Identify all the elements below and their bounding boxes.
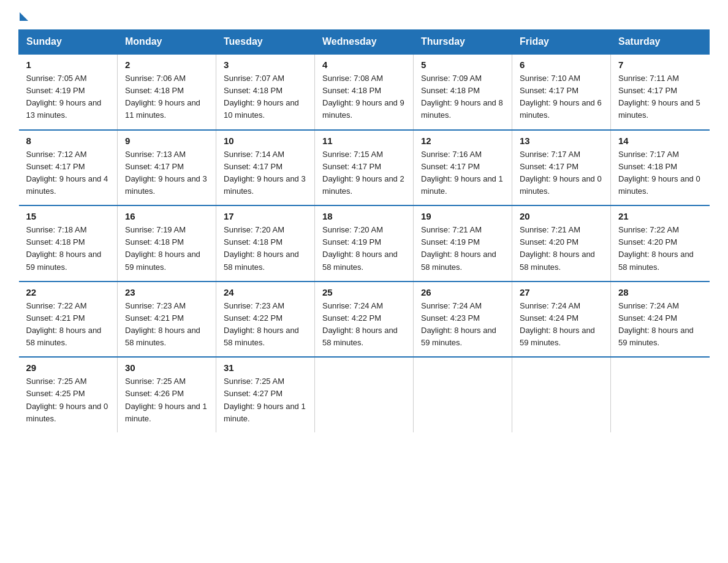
calendar-cell: 28 Sunrise: 7:24 AMSunset: 4:24 PMDaylig… — [611, 282, 710, 358]
day-number: 19 — [421, 211, 504, 221]
day-number: 5 — [421, 59, 504, 70]
day-info: Sunrise: 7:25 AMSunset: 4:25 PMDaylight:… — [26, 375, 110, 425]
day-info: Sunrise: 7:18 AMSunset: 4:18 PMDaylight:… — [26, 224, 110, 274]
day-number: 17 — [224, 211, 307, 221]
day-number: 8 — [26, 136, 110, 146]
day-info: Sunrise: 7:08 AMSunset: 4:18 PMDaylight:… — [322, 72, 406, 122]
calendar-cell: 27 Sunrise: 7:24 AMSunset: 4:24 PMDaylig… — [512, 282, 611, 358]
day-number: 11 — [322, 136, 406, 146]
calendar-cell: 18 Sunrise: 7:20 AMSunset: 4:19 PMDaylig… — [315, 205, 414, 282]
day-info: Sunrise: 7:07 AMSunset: 4:18 PMDaylight:… — [224, 72, 307, 122]
day-info: Sunrise: 7:13 AMSunset: 4:17 PMDaylight:… — [125, 148, 208, 198]
header-friday: Friday — [512, 30, 611, 55]
page-header — [18, 12, 710, 17]
day-number: 30 — [125, 362, 208, 373]
calendar-cell: 30 Sunrise: 7:25 AMSunset: 4:26 PMDaylig… — [118, 357, 216, 432]
day-info: Sunrise: 7:22 AMSunset: 4:20 PMDaylight:… — [618, 224, 702, 274]
calendar-cell: 14 Sunrise: 7:17 AMSunset: 4:18 PMDaylig… — [611, 130, 710, 206]
day-number: 22 — [26, 287, 110, 297]
day-number: 25 — [322, 287, 406, 297]
day-number: 28 — [618, 287, 702, 297]
day-info: Sunrise: 7:12 AMSunset: 4:17 PMDaylight:… — [26, 148, 110, 198]
header-sunday: Sunday — [19, 30, 118, 55]
logo-general — [18, 12, 28, 20]
day-number: 24 — [224, 287, 307, 297]
day-info: Sunrise: 7:24 AMSunset: 4:24 PMDaylight:… — [618, 300, 702, 350]
day-number: 12 — [421, 136, 504, 146]
day-info: Sunrise: 7:22 AMSunset: 4:21 PMDaylight:… — [26, 300, 110, 350]
calendar-cell: 19 Sunrise: 7:21 AMSunset: 4:19 PMDaylig… — [414, 205, 512, 282]
day-number: 18 — [322, 211, 406, 221]
calendar-cell: 23 Sunrise: 7:23 AMSunset: 4:21 PMDaylig… — [118, 282, 216, 358]
day-number: 21 — [618, 211, 702, 221]
calendar-cell: 4 Sunrise: 7:08 AMSunset: 4:18 PMDayligh… — [315, 54, 414, 130]
day-info: Sunrise: 7:24 AMSunset: 4:22 PMDaylight:… — [322, 300, 406, 350]
day-info: Sunrise: 7:23 AMSunset: 4:22 PMDaylight:… — [224, 300, 307, 350]
header-wednesday: Wednesday — [315, 30, 414, 55]
week-row-5: 29 Sunrise: 7:25 AMSunset: 4:25 PMDaylig… — [19, 357, 710, 432]
calendar-cell: 21 Sunrise: 7:22 AMSunset: 4:20 PMDaylig… — [611, 205, 710, 282]
calendar-cell: 6 Sunrise: 7:10 AMSunset: 4:17 PMDayligh… — [512, 54, 611, 130]
calendar-cell — [512, 357, 611, 432]
day-info: Sunrise: 7:17 AMSunset: 4:17 PMDaylight:… — [520, 148, 603, 198]
day-number: 27 — [520, 287, 603, 297]
calendar-cell: 13 Sunrise: 7:17 AMSunset: 4:17 PMDaylig… — [512, 130, 611, 206]
week-row-4: 22 Sunrise: 7:22 AMSunset: 4:21 PMDaylig… — [19, 282, 710, 358]
calendar-cell: 17 Sunrise: 7:20 AMSunset: 4:18 PMDaylig… — [216, 205, 315, 282]
calendar-cell — [414, 357, 512, 432]
calendar-cell: 9 Sunrise: 7:13 AMSunset: 4:17 PMDayligh… — [118, 130, 216, 206]
header-monday: Monday — [118, 30, 216, 55]
calendar-cell: 22 Sunrise: 7:22 AMSunset: 4:21 PMDaylig… — [19, 282, 118, 358]
day-info: Sunrise: 7:11 AMSunset: 4:17 PMDaylight:… — [618, 72, 702, 122]
day-number: 20 — [520, 211, 603, 221]
calendar-cell: 12 Sunrise: 7:16 AMSunset: 4:17 PMDaylig… — [414, 130, 512, 206]
day-info: Sunrise: 7:19 AMSunset: 4:18 PMDaylight:… — [125, 224, 208, 274]
calendar-header-row: SundayMondayTuesdayWednesdayThursdayFrid… — [19, 30, 710, 55]
calendar-cell: 25 Sunrise: 7:24 AMSunset: 4:22 PMDaylig… — [315, 282, 414, 358]
day-info: Sunrise: 7:06 AMSunset: 4:18 PMDaylight:… — [125, 72, 208, 122]
calendar-cell: 26 Sunrise: 7:24 AMSunset: 4:23 PMDaylig… — [414, 282, 512, 358]
day-number: 3 — [224, 59, 307, 70]
day-info: Sunrise: 7:16 AMSunset: 4:17 PMDaylight:… — [421, 148, 504, 198]
day-info: Sunrise: 7:14 AMSunset: 4:17 PMDaylight:… — [224, 148, 307, 198]
day-info: Sunrise: 7:09 AMSunset: 4:18 PMDaylight:… — [421, 72, 504, 122]
day-number: 2 — [125, 59, 208, 70]
day-info: Sunrise: 7:17 AMSunset: 4:18 PMDaylight:… — [618, 148, 702, 198]
day-number: 7 — [618, 59, 702, 70]
day-number: 14 — [618, 136, 702, 146]
header-thursday: Thursday — [414, 30, 512, 55]
calendar-cell — [611, 357, 710, 432]
day-number: 1 — [26, 59, 110, 70]
day-number: 31 — [224, 362, 307, 373]
day-number: 15 — [26, 211, 110, 221]
calendar-cell: 2 Sunrise: 7:06 AMSunset: 4:18 PMDayligh… — [118, 54, 216, 130]
day-info: Sunrise: 7:23 AMSunset: 4:21 PMDaylight:… — [125, 300, 208, 350]
day-info: Sunrise: 7:24 AMSunset: 4:23 PMDaylight:… — [421, 300, 504, 350]
calendar-cell: 8 Sunrise: 7:12 AMSunset: 4:17 PMDayligh… — [19, 130, 118, 206]
day-number: 10 — [224, 136, 307, 146]
day-info: Sunrise: 7:24 AMSunset: 4:24 PMDaylight:… — [520, 300, 603, 350]
calendar-cell: 29 Sunrise: 7:25 AMSunset: 4:25 PMDaylig… — [19, 357, 118, 432]
header-tuesday: Tuesday — [216, 30, 315, 55]
day-info: Sunrise: 7:10 AMSunset: 4:17 PMDaylight:… — [520, 72, 603, 122]
calendar-cell — [315, 357, 414, 432]
week-row-2: 8 Sunrise: 7:12 AMSunset: 4:17 PMDayligh… — [19, 130, 710, 206]
day-number: 9 — [125, 136, 208, 146]
day-number: 29 — [26, 362, 110, 373]
calendar-cell: 10 Sunrise: 7:14 AMSunset: 4:17 PMDaylig… — [216, 130, 315, 206]
week-row-3: 15 Sunrise: 7:18 AMSunset: 4:18 PMDaylig… — [19, 205, 710, 282]
calendar-cell: 11 Sunrise: 7:15 AMSunset: 4:17 PMDaylig… — [315, 130, 414, 206]
calendar-cell: 20 Sunrise: 7:21 AMSunset: 4:20 PMDaylig… — [512, 205, 611, 282]
day-info: Sunrise: 7:05 AMSunset: 4:19 PMDaylight:… — [26, 72, 110, 122]
day-number: 13 — [520, 136, 603, 146]
week-row-1: 1 Sunrise: 7:05 AMSunset: 4:19 PMDayligh… — [19, 54, 710, 130]
calendar-cell: 7 Sunrise: 7:11 AMSunset: 4:17 PMDayligh… — [611, 54, 710, 130]
day-info: Sunrise: 7:21 AMSunset: 4:19 PMDaylight:… — [421, 224, 504, 274]
calendar-table: SundayMondayTuesdayWednesdayThursdayFrid… — [18, 29, 710, 432]
day-info: Sunrise: 7:20 AMSunset: 4:19 PMDaylight:… — [322, 224, 406, 274]
day-number: 6 — [520, 59, 603, 70]
header-saturday: Saturday — [611, 30, 710, 55]
calendar-cell: 31 Sunrise: 7:25 AMSunset: 4:27 PMDaylig… — [216, 357, 315, 432]
calendar-cell: 5 Sunrise: 7:09 AMSunset: 4:18 PMDayligh… — [414, 54, 512, 130]
calendar-cell: 3 Sunrise: 7:07 AMSunset: 4:18 PMDayligh… — [216, 54, 315, 130]
